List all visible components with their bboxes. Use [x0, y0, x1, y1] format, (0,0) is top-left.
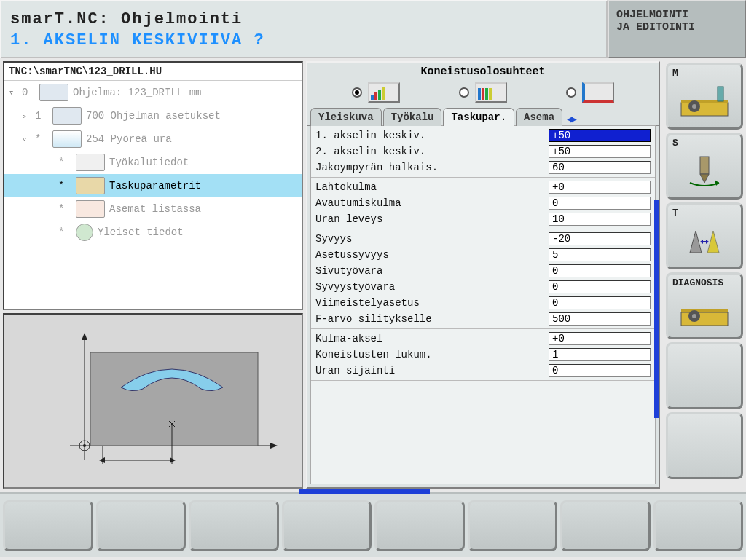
tab-scroll-arrows-icon[interactable]: ◀▶: [564, 113, 578, 125]
field-label: F-arvo silitykselle: [315, 313, 549, 325]
field-input-2-0[interactable]: [549, 232, 651, 245]
field-label: Syvyystyövara: [315, 281, 549, 293]
mode-line2: JA EDITOINTI: [616, 21, 737, 33]
field-input-2-2[interactable]: [549, 264, 651, 277]
svg-rect-14: [681, 103, 728, 116]
tree-tool-icon: [76, 154, 105, 171]
radio-icon: [459, 87, 469, 98]
softkey-3[interactable]: [189, 500, 279, 551]
field-label: Asetussyvyys: [315, 249, 549, 261]
tree-settings-icon: [52, 107, 82, 125]
field-label: Lahtokulma: [315, 181, 549, 193]
side-label-diagnosis: DIAGNOSIS: [672, 277, 723, 288]
side-label-s: S: [672, 138, 678, 149]
svg-marker-26: [706, 240, 709, 244]
vertical-scroll-indicator[interactable]: [654, 200, 659, 418]
tree-item-2[interactable]: ▿*254 Pyöreä ura: [4, 127, 302, 151]
softkey-6[interactable]: [468, 500, 558, 551]
machining-mode-3[interactable]: [566, 82, 614, 103]
svg-marker-3: [270, 443, 278, 449]
field-label: 1. akselin keskiv.: [315, 130, 549, 141]
tree-index: *: [58, 203, 71, 215]
softkey-4[interactable]: [282, 500, 372, 551]
tab-overview[interactable]: Yleiskuva: [310, 108, 382, 126]
side-button-t[interactable]: T: [666, 202, 743, 269]
side-button-empty-2[interactable]: [666, 412, 743, 479]
tab-pocket-params[interactable]: Taskupar.: [443, 108, 514, 126]
tree-arc-icon: [52, 130, 82, 148]
radio-icon: [566, 87, 576, 98]
flat-bars-icon: [475, 82, 507, 103]
field-label: Sivutyövara: [315, 265, 549, 277]
softkey-7[interactable]: [560, 500, 651, 551]
slot-preview-icon: [12, 322, 296, 482]
tree-item-6[interactable]: *Yleiset tiedot: [4, 221, 302, 244]
tree-label: Yleiset tiedot: [98, 226, 184, 238]
tree-item-1[interactable]: ▹1700 Ohjelman asetukset: [4, 104, 302, 127]
tree-item-3[interactable]: *Työkalutiedot: [4, 151, 302, 174]
mode-display: OHJELMOINTI JA EDITOINTI: [608, 0, 746, 58]
field-input-3-0[interactable]: [549, 332, 651, 345]
expand-icon: ▿: [9, 87, 17, 98]
side-button-diagnosis[interactable]: DIAGNOSIS: [666, 272, 743, 339]
svg-rect-18: [718, 87, 723, 101]
field-input-2-3[interactable]: [549, 280, 651, 293]
field-label: Kulma-aksel: [315, 333, 549, 344]
expand-icon: ▿: [22, 134, 31, 145]
svg-marker-23: [707, 231, 719, 253]
expand-icon: ▹: [22, 111, 31, 122]
tree-pos-icon: [76, 200, 105, 218]
field-input-1-0[interactable]: [549, 181, 651, 194]
program-tree[interactable]: TNC:\smarTNC\123_DRILL.HU ▿0Ohjelma: 123…: [3, 61, 303, 310]
field-input-0-2[interactable]: [549, 161, 651, 174]
tree-item-5[interactable]: *Asemat listassa: [4, 197, 302, 221]
field-label: Syvyys: [315, 233, 549, 245]
field-input-2-1[interactable]: [549, 248, 651, 261]
field-input-3-1[interactable]: [549, 348, 651, 361]
svg-rect-28: [681, 309, 728, 312]
tree-label: Asemat listassa: [109, 203, 201, 215]
field-input-0-1[interactable]: [549, 145, 651, 158]
svg-point-30: [692, 314, 696, 318]
mode-line1: OHJELMOINTI: [616, 9, 737, 21]
svg-rect-19: [700, 157, 709, 174]
machining-mode-2[interactable]: [459, 82, 507, 103]
app-title: smarT.NC: Ohjelmointi: [10, 10, 597, 28]
tree-item-0[interactable]: ▿0Ohjelma: 123_DRILL mm: [4, 81, 302, 104]
field-input-2-4[interactable]: [549, 296, 651, 309]
tree-index: 0: [22, 87, 35, 98]
field-label: Uran sijainti: [315, 365, 549, 376]
tree-label: 700 Ohjelman asetukset: [86, 110, 221, 122]
tree-prog-icon: [39, 84, 68, 101]
spindle-tool-icon: [675, 152, 734, 189]
svg-point-6: [83, 444, 86, 447]
program-path: TNC:\smarTNC\123_DRILL.HU: [4, 63, 302, 81]
stepped-bars-icon: [368, 82, 400, 103]
svg-marker-22: [690, 231, 702, 253]
softkey-1[interactable]: [3, 500, 93, 551]
machining-mode-1[interactable]: [352, 82, 400, 103]
field-input-1-1[interactable]: [549, 197, 651, 210]
side-label-t: T: [672, 208, 678, 218]
tree-param-icon: [76, 177, 105, 194]
field-label: Viimeistelyasetus: [315, 297, 549, 309]
tab-position[interactable]: Asema: [516, 108, 562, 126]
softkey-8[interactable]: [653, 500, 744, 551]
field-label: Koneistusten lukum.: [315, 349, 549, 360]
field-label: Avautumiskulma: [315, 197, 549, 209]
mill-block-icon: [675, 82, 734, 119]
tree-label: Ohjelma: 123_DRILL mm: [73, 87, 201, 98]
field-input-3-2[interactable]: [549, 364, 651, 377]
svg-marker-20: [700, 174, 709, 183]
side-button-m[interactable]: M: [666, 63, 743, 130]
field-input-0-0[interactable]: [549, 129, 651, 142]
tree-item-4[interactable]: *Taskuparametrit: [4, 174, 302, 197]
tab-tool[interactable]: Työkalu: [383, 108, 442, 126]
field-input-2-5[interactable]: [549, 312, 651, 326]
field-label: 2. akselin keskiv.: [315, 146, 549, 157]
softkey-2[interactable]: [96, 500, 186, 551]
field-input-1-2[interactable]: [549, 213, 651, 226]
side-button-empty-1[interactable]: [666, 342, 743, 409]
softkey-5[interactable]: [374, 500, 465, 551]
side-button-s[interactable]: S: [666, 133, 743, 200]
